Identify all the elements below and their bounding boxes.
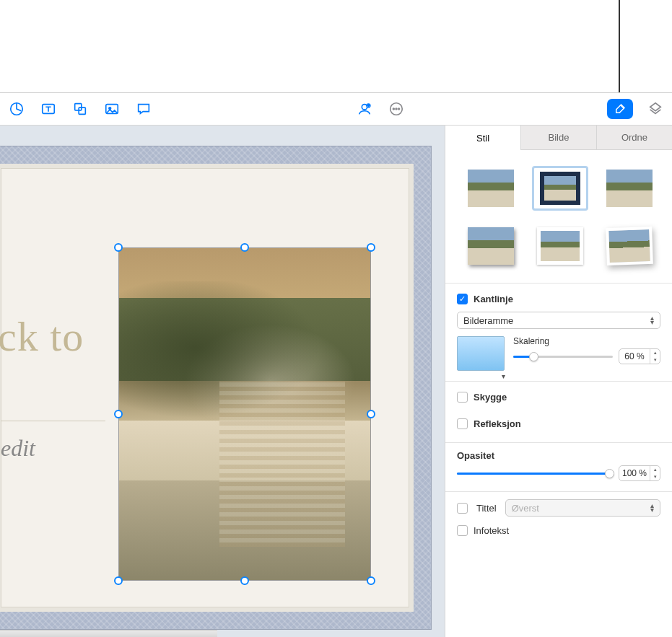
slide-inner: ck to edit [0,164,414,612]
style-presets [445,150,672,283]
caption-checkbox[interactable] [457,525,468,536]
style-preset-4[interactable] [463,224,519,268]
reflection-checkbox[interactable] [457,418,468,429]
resize-handle-br[interactable] [367,576,375,585]
inspector-tabs: Stil Bilde Ordne [445,126,672,150]
canvas-area[interactable]: ck to edit [0,126,445,637]
opacity-input[interactable]: 100 % ▴▾ [619,465,660,481]
scale-input[interactable]: 60 % ▴▾ [619,348,660,364]
image-content[interactable] [118,247,371,581]
border-checkbox[interactable]: ✓ [457,294,468,304]
slide[interactable]: ck to edit [0,146,432,630]
frame-preview[interactable] [457,336,505,371]
inspector-body: ✓ Kantlinje Bilderamme ▴▾ Skalering [445,150,672,637]
toolbar [0,93,672,126]
title-position-select[interactable]: Øverst ▴▾ [505,499,660,517]
scale-label: Skalering [513,336,660,346]
title-label: Tittel [476,503,497,514]
resize-handle-tl[interactable] [114,243,123,252]
border-type-select[interactable]: Bilderamme ▴▾ [457,312,660,329]
style-preset-6[interactable] [601,224,658,268]
opacity-label: Opasitet [457,450,660,461]
style-preset-1[interactable] [463,166,519,211]
svg-rect-3 [79,107,85,114]
chevron-updown-icon: ▴▾ [650,504,654,512]
title-checkbox[interactable] [457,503,468,514]
svg-rect-2 [75,104,82,110]
content-row: ck to edit [0,126,672,637]
resize-handle-tc[interactable] [240,243,249,252]
shape-icon[interactable] [71,100,90,118]
resize-handle-tr[interactable] [367,243,375,252]
shadow-label: Skygge [474,392,507,403]
svg-point-10 [396,108,397,110]
style-preset-5[interactable] [532,224,588,268]
opacity-value: 100 % [622,468,647,478]
shadow-section: Skygge [445,381,672,416]
style-preset-2[interactable] [532,166,588,211]
app-window: ck to edit [0,92,672,637]
svg-point-9 [393,108,394,110]
svg-point-11 [398,108,399,110]
more-icon[interactable] [387,100,406,118]
resize-handle-bc[interactable] [240,576,249,585]
slide-title[interactable]: ck to [0,312,84,361]
scale-value: 60 % [624,351,644,361]
text-box-icon[interactable] [39,100,58,118]
reflection-label: Refleksjon [474,418,521,429]
image-icon[interactable] [102,100,121,118]
format-icon[interactable] [607,99,633,119]
slide-subtitle[interactable]: edit [1,435,35,462]
resize-handle-ml[interactable] [114,410,123,418]
resize-handle-bl[interactable] [114,576,123,585]
border-section: ✓ Kantlinje Bilderamme ▴▾ Skalering [445,283,672,381]
selected-image[interactable] [118,247,371,581]
tab-bilde[interactable]: Bilde [521,126,597,150]
status-bar [0,630,217,637]
comment-icon[interactable] [134,100,153,118]
animate-icon[interactable] [646,100,665,118]
inspector-panel: Stil Bilde Ordne ✓ Kantlinje [445,126,672,637]
reflection-section: Refleksjon [445,416,672,442]
scale-slider[interactable] [513,356,613,358]
caption-label: Infotekst [474,525,509,536]
shadow-checkbox[interactable] [457,392,468,403]
collab-icon[interactable] [355,100,374,118]
resize-handle-mr[interactable] [367,410,375,418]
tab-ordne[interactable]: Ordne [597,126,672,150]
opacity-section: Opasitet 100 % ▴▾ [445,442,672,491]
tab-stil[interactable]: Stil [445,126,521,150]
border-type-value: Bilderamme [463,315,513,326]
opacity-stepper[interactable]: ▴▾ [650,466,660,480]
callout-line [619,0,620,92]
style-preset-3[interactable] [601,166,658,211]
border-label: Kantlinje [474,294,513,304]
title-caption-section: Tittel Øverst ▴▾ Infotekst [445,491,672,549]
title-position-value: Øverst [512,503,539,514]
opacity-slider[interactable] [457,473,610,475]
pie-chart-icon[interactable] [7,100,26,118]
scale-stepper[interactable]: ▴▾ [650,349,660,364]
slide-divider [1,421,105,421]
chevron-updown-icon: ▴▾ [650,316,654,325]
